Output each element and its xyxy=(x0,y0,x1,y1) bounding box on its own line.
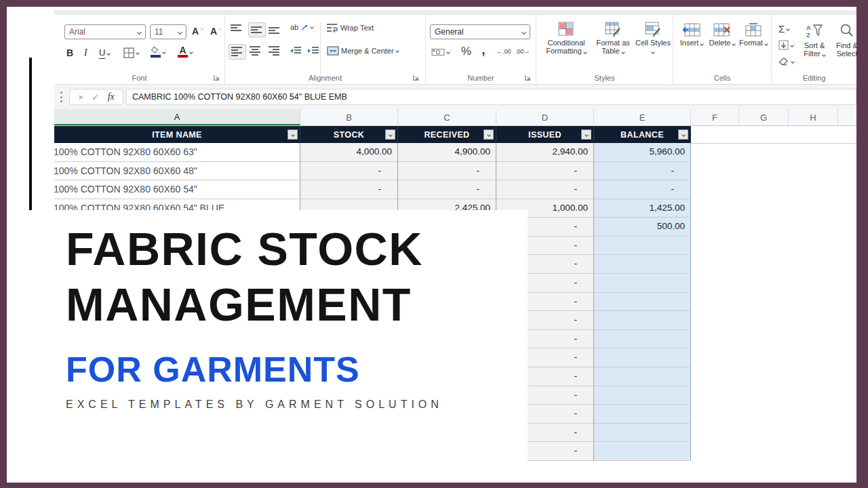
cell-balance[interactable] xyxy=(594,367,691,386)
conditional-formatting-button[interactable]: Conditional Formatting xyxy=(543,22,589,55)
formula-input[interactable]: CAMBRIC 100% COTTON 92X80 60X60 54" BLUE… xyxy=(126,89,856,105)
increase-indent-button[interactable] xyxy=(308,46,319,56)
cell-stock[interactable]: - xyxy=(300,162,398,181)
number-dialog-launcher-icon[interactable] xyxy=(524,74,532,81)
increase-indent-icon xyxy=(308,46,319,56)
borders-button[interactable] xyxy=(123,47,139,58)
autosum-button[interactable]: Σ xyxy=(778,23,789,35)
accounting-format-button[interactable] xyxy=(431,47,450,57)
column-header-b[interactable]: B xyxy=(300,109,398,125)
decrease-decimal-button[interactable]: .00→ xyxy=(515,49,530,54)
cell-balance[interactable] xyxy=(594,330,691,349)
column-header-g[interactable]: G xyxy=(739,109,789,125)
cell-item-name[interactable]: 100% COTTON 92X80 60X60 54" xyxy=(54,180,300,199)
table-row: 100% COTTON 92X80 60X60 48"---- xyxy=(54,162,691,181)
align-left-button[interactable] xyxy=(229,44,246,60)
increase-decimal-button[interactable]: ←.00 xyxy=(496,49,511,54)
cell-balance[interactable] xyxy=(594,311,691,330)
format-as-table-button[interactable]: Format as Table xyxy=(592,22,634,55)
percent-style-button[interactable]: % xyxy=(461,45,471,58)
font-dialog-launcher-icon[interactable] xyxy=(213,74,220,81)
filter-button[interactable] xyxy=(581,129,591,140)
fill-button[interactable] xyxy=(778,40,793,50)
cell-issued[interactable]: - xyxy=(496,180,594,199)
cell-balance[interactable] xyxy=(594,274,691,293)
font-name-select[interactable]: Arial xyxy=(64,24,146,39)
insert-function-icon[interactable]: fx xyxy=(108,92,115,102)
cell-balance[interactable]: - xyxy=(594,180,691,199)
formula-cancel-icon[interactable]: × xyxy=(78,92,83,102)
cell-balance[interactable] xyxy=(594,348,691,367)
cell-balance[interactable]: 500.00 xyxy=(594,218,691,237)
poster-tagline: EXCEL TEMPLATES BY GARMENT SOLUTION xyxy=(66,399,443,411)
conditional-formatting-icon xyxy=(558,22,574,37)
styles-group: Conditional Formatting Format as Table C… xyxy=(536,15,673,84)
find-select-button[interactable]: Find & Select xyxy=(831,23,856,58)
cell-received[interactable]: - xyxy=(398,180,496,199)
align-center-button[interactable] xyxy=(250,46,262,56)
editing-group: Σ AZ Sort & Filter Find & Select xyxy=(772,15,856,84)
cell-balance[interactable]: 1,425.00 xyxy=(594,199,691,218)
alignment-group: ab Wrap Text Merge & Center Alignment xyxy=(225,15,426,84)
alignment-dialog-launcher-icon[interactable] xyxy=(412,74,420,81)
cell-stock[interactable]: - xyxy=(300,180,398,199)
sort-filter-button[interactable]: AZ Sort & Filter xyxy=(800,23,829,58)
cell-styles-button[interactable]: Cell Styles xyxy=(635,22,671,55)
cell-balance[interactable] xyxy=(594,424,691,443)
cell-issued[interactable]: - xyxy=(496,162,594,181)
formula-enter-icon[interactable]: ✓ xyxy=(92,92,99,102)
increase-font-button[interactable]: Aˆ xyxy=(192,26,203,37)
cell-issued[interactable]: 2,940.00 xyxy=(496,143,594,162)
wrap-text-button[interactable]: Wrap Text xyxy=(327,23,374,33)
fill-color-button[interactable] xyxy=(151,46,165,58)
decrease-indent-button[interactable] xyxy=(290,46,302,56)
align-right-button[interactable] xyxy=(269,46,281,56)
filter-button[interactable] xyxy=(385,129,395,140)
cell-balance[interactable] xyxy=(594,442,691,461)
clear-button[interactable] xyxy=(778,57,794,66)
insert-button[interactable]: Insert xyxy=(677,23,706,47)
filter-button[interactable] xyxy=(678,129,688,140)
align-middle-button[interactable] xyxy=(248,22,266,37)
cell-balance[interactable] xyxy=(594,237,691,256)
cell-balance[interactable]: 5,960.00 xyxy=(594,143,691,162)
column-header-h[interactable]: H xyxy=(789,109,838,125)
delete-button[interactable]: Delete xyxy=(707,23,737,47)
eraser-icon xyxy=(778,57,789,66)
bold-button[interactable]: B xyxy=(66,47,73,58)
chevron-down-icon xyxy=(621,50,625,54)
cells-group: Insert Delete Format Cells xyxy=(673,15,772,84)
orientation-button[interactable]: ab xyxy=(290,23,313,31)
number-format-select[interactable]: General xyxy=(430,24,530,39)
underline-button[interactable]: U xyxy=(99,47,110,59)
align-top-button[interactable] xyxy=(231,24,243,34)
merge-center-button[interactable]: Merge & Center xyxy=(327,46,399,56)
align-bottom-button[interactable] xyxy=(269,24,281,34)
formula-bar-handle-icon[interactable] xyxy=(60,92,62,102)
column-header-f[interactable]: F xyxy=(691,109,739,125)
cell-balance[interactable] xyxy=(594,386,691,405)
italic-button[interactable]: I xyxy=(84,47,87,58)
borders-icon xyxy=(123,47,134,58)
column-header-e[interactable]: E xyxy=(594,109,691,125)
cell-balance[interactable]: - xyxy=(594,162,691,181)
column-header-a[interactable]: A xyxy=(54,109,300,125)
cell-received[interactable]: 4,900.00 xyxy=(398,143,496,162)
comma-style-button[interactable]: , xyxy=(481,42,486,58)
cell-received[interactable]: - xyxy=(398,162,496,181)
format-button[interactable]: Format xyxy=(738,23,768,47)
cell-balance[interactable] xyxy=(594,405,691,424)
column-header-d[interactable]: D xyxy=(496,109,594,125)
cell-balance[interactable] xyxy=(594,293,691,312)
cell-item-name[interactable]: 100% COTTON 92X80 60X60 48" xyxy=(54,162,300,181)
cell-stock[interactable]: 4,000.00 xyxy=(300,143,398,162)
font-size-select[interactable]: 11 xyxy=(150,24,186,39)
filter-button[interactable] xyxy=(484,129,494,140)
column-header-row: ABCDEFGH xyxy=(54,109,856,126)
decrease-font-button[interactable]: Aˇ xyxy=(210,26,221,37)
font-color-button[interactable]: A xyxy=(178,46,193,58)
cell-item-name[interactable]: 100% COTTON 92X80 60X60 63" xyxy=(54,143,300,162)
cell-balance[interactable] xyxy=(594,255,691,274)
column-header-c[interactable]: C xyxy=(398,109,496,125)
filter-button[interactable] xyxy=(288,129,298,140)
